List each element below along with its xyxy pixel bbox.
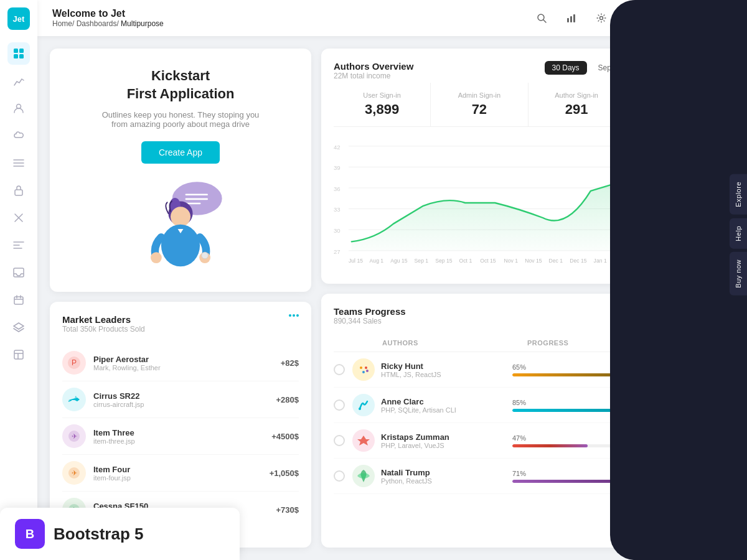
- svg-text:Agu 15: Agu 15: [390, 258, 408, 264]
- svg-rect-25: [567, 18, 569, 22]
- svg-text:Sep 1: Sep 1: [415, 258, 429, 264]
- market-leaders-subtitle: Total 350k Products Sold: [62, 325, 145, 334]
- buynow-label[interactable]: Buy now: [730, 252, 747, 296]
- svg-point-94: [359, 408, 361, 410]
- market-item-avatar: [62, 388, 86, 411]
- row-checkbox[interactable]: [334, 364, 345, 375]
- market-item: ✈ Item Four item-four.jsp +1,050$: [62, 455, 299, 492]
- svg-text:Nov 1: Nov 1: [504, 258, 519, 264]
- team-member-avatar: [352, 465, 375, 487]
- svg-rect-8: [15, 190, 22, 195]
- breadcrumb: Home/ Dashboards/ Multipurpose: [52, 19, 532, 28]
- help-label[interactable]: Help: [730, 218, 747, 249]
- header-title-section: Welcome to Jet Home/ Dashboards/ Multipu…: [52, 8, 532, 28]
- market-item-amount: +4500$: [271, 432, 299, 441]
- svg-point-88: [354, 360, 373, 379]
- market-item-avatar: P: [62, 351, 86, 375]
- svg-text:30: 30: [334, 227, 341, 234]
- sidebar: Jet: [0, 0, 37, 560]
- col-header-authors: AUTHORS: [352, 339, 527, 347]
- svg-text:✈: ✈: [72, 469, 77, 477]
- market-item: ✈ Item Three item-three.jsp +4500$: [62, 418, 299, 455]
- svg-text:Dec 1: Dec 1: [549, 258, 563, 264]
- svg-text:✈: ✈: [72, 432, 77, 440]
- period-tab-30days[interactable]: 30 Days: [545, 61, 587, 75]
- svg-marker-50: [75, 396, 77, 398]
- sidebar-item-list[interactable]: [7, 152, 30, 174]
- row-checkbox[interactable]: [334, 435, 345, 446]
- market-item-amount: +1,050$: [270, 469, 299, 478]
- side-labels: Explore Help Buy now: [730, 174, 747, 299]
- page-title: Welcome to Jet: [52, 8, 532, 19]
- sidebar-item-analytics[interactable]: [7, 70, 30, 92]
- svg-rect-19: [14, 350, 23, 359]
- market-item: P Piper Aerostar Mark, Rowling, Esther +…: [62, 345, 299, 381]
- team-member-avatar: [352, 358, 375, 381]
- svg-text:27: 27: [334, 248, 341, 255]
- bootstrap-text: Bootstrap 5: [54, 525, 143, 544]
- progress-fill: [512, 480, 626, 483]
- sidebar-item-close[interactable]: [7, 207, 30, 229]
- svg-line-51: [68, 400, 72, 401]
- svg-rect-0: [14, 49, 18, 53]
- svg-rect-15: [14, 297, 23, 304]
- sidebar-item-layers[interactable]: [7, 316, 30, 338]
- team-member-info: Anne Clarc PHP, SQLite, Artisan CLI: [381, 397, 456, 414]
- row-checkbox[interactable]: [334, 470, 345, 482]
- svg-rect-26: [570, 16, 572, 22]
- stat-user-signin: User Sign-in 3,899: [334, 83, 431, 126]
- sidebar-item-cloud[interactable]: [7, 124, 30, 147]
- explore-label[interactable]: Explore: [730, 174, 747, 215]
- svg-point-28: [600, 17, 603, 20]
- svg-point-89: [360, 366, 362, 369]
- team-member-avatar: [352, 394, 375, 416]
- svg-point-90: [365, 366, 367, 369]
- svg-point-91: [362, 371, 365, 373]
- search-button[interactable]: [532, 8, 552, 28]
- svg-point-41: [171, 207, 190, 227]
- sidebar-item-calendar[interactable]: [7, 289, 30, 311]
- left-column: KickstartFirst Application Outlines keep…: [50, 49, 311, 548]
- svg-text:P: P: [72, 358, 77, 367]
- settings-button[interactable]: [591, 8, 611, 28]
- dark-overlay-panel: Explore Help Buy now: [610, 0, 747, 560]
- sidebar-item-inbox[interactable]: [7, 261, 30, 284]
- svg-rect-27: [573, 14, 575, 22]
- svg-text:36: 36: [334, 185, 341, 192]
- market-item-info: Item Four item-four.jsp: [93, 465, 262, 482]
- svg-line-24: [543, 20, 546, 22]
- svg-rect-2: [14, 54, 18, 58]
- sidebar-item-template[interactable]: [7, 343, 30, 366]
- market-item-info: Piper Aerostar Mark, Rowling, Esther: [93, 355, 273, 371]
- market-item-info: Item Three item-three.jsp: [93, 428, 264, 445]
- team-member-info: Kristaps Zumman PHP, Laravel, VueJS: [381, 432, 449, 449]
- kickstart-illustration: [125, 174, 237, 273]
- svg-text:Jan 1: Jan 1: [594, 258, 607, 264]
- sidebar-item-lock[interactable]: [7, 179, 30, 202]
- bootstrap-icon: B: [15, 519, 45, 549]
- market-item-avatar: ✈: [62, 461, 86, 485]
- sidebar-item-menu[interactable]: [7, 234, 30, 256]
- stat-admin-signin: Admin Sign-in 72: [431, 83, 528, 126]
- chart-icon-button[interactable]: [561, 8, 581, 28]
- svg-rect-1: [19, 49, 24, 53]
- kickstart-title: KickstartFirst Application: [127, 67, 235, 103]
- svg-text:Jul 15: Jul 15: [349, 258, 363, 264]
- teams-progress-subtitle: 890,344 Sales: [334, 317, 406, 325]
- sidebar-item-grid[interactable]: [7, 42, 30, 65]
- svg-text:Dec 15: Dec 15: [570, 258, 587, 264]
- authors-overview-subtitle: 22M total income: [334, 72, 413, 80]
- market-leaders-title: Market Leaders: [62, 314, 145, 325]
- svg-text:Sep 15: Sep 15: [435, 258, 453, 264]
- row-checkbox[interactable]: [334, 399, 345, 411]
- market-item-avatar: ✈: [62, 424, 86, 448]
- market-item-amount: +280$: [276, 395, 299, 404]
- market-leaders-more[interactable]: [289, 314, 299, 317]
- app-logo[interactable]: Jet: [7, 7, 30, 30]
- sidebar-item-users[interactable]: [7, 97, 30, 119]
- svg-text:Oct 15: Oct 15: [480, 258, 496, 264]
- svg-point-46: [202, 252, 209, 259]
- market-item-amount: +730$: [276, 505, 299, 515]
- teams-progress-title: Teams Progress: [334, 306, 406, 317]
- create-app-button[interactable]: Create App: [141, 141, 220, 164]
